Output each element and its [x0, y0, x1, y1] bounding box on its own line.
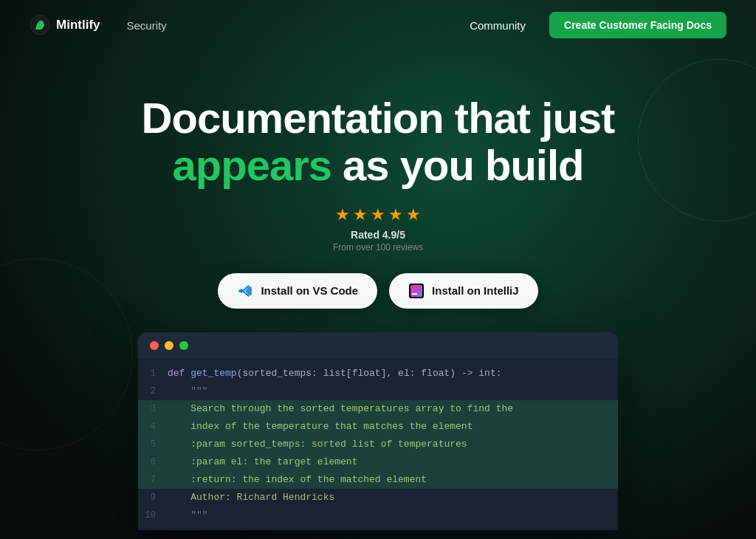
window-dot-close [150, 341, 159, 350]
svg-rect-2 [410, 285, 422, 297]
window-titlebar [138, 332, 618, 359]
window-dot-maximize [179, 341, 188, 350]
rating-sub: From over 100 reviews [0, 242, 756, 253]
code-line-7: 7 :return: the index of the matched elem… [138, 471, 618, 489]
svg-rect-3 [412, 293, 417, 295]
create-docs-button[interactable]: Create Customer Facing Docs [549, 12, 726, 38]
code-body: 1 def get_temp(sorted_temps: list[float]… [138, 359, 618, 531]
security-link[interactable]: Security [127, 19, 167, 32]
code-line-2: 2 """ [138, 382, 618, 400]
code-line-5: 5 :param sorted_temps: sorted list of te… [138, 436, 618, 453]
stars-row: ★ ★ ★ ★ ★ [0, 205, 756, 224]
community-button[interactable]: Community [458, 13, 537, 38]
star-2: ★ [353, 205, 368, 224]
hero-section: Documentation that just appears as you b… [0, 50, 756, 309]
cta-buttons: Install on VS Code [0, 273, 756, 309]
nav-left: Mintlify Security [30, 15, 167, 35]
install-vscode-label: Install on VS Code [261, 284, 358, 297]
hero-title-highlight: appears [173, 141, 331, 189]
code-line-4: 4 index of the temperature that matches … [138, 418, 618, 436]
hero-title-line1: Documentation that just [142, 94, 615, 142]
navbar: Mintlify Security Community Create Custo… [0, 0, 756, 50]
logo-text: Mintlify [56, 18, 100, 32]
rating-value: Rated 4.9/5 [0, 229, 756, 241]
logo-icon [30, 15, 50, 35]
logo[interactable]: Mintlify [30, 15, 100, 35]
code-window: 1 def get_temp(sorted_temps: list[float]… [138, 332, 618, 531]
code-line-6: 6 :param el: the target element [138, 453, 618, 471]
star-3: ★ [371, 205, 385, 224]
code-line-1: 1 def get_temp(sorted_temps: list[float]… [138, 365, 618, 382]
vscode-icon [237, 283, 253, 299]
hero-title-line2: as you build [343, 141, 583, 189]
star-1: ★ [335, 205, 350, 224]
install-intellij-button[interactable]: Install on IntelliJ [389, 273, 538, 309]
install-intellij-label: Install on IntelliJ [432, 284, 519, 297]
code-line-9: 9 Author: Richard Hendricks [138, 489, 618, 507]
window-dot-minimize [165, 341, 173, 350]
intellij-icon [408, 283, 425, 299]
star-4: ★ [388, 205, 403, 224]
code-line-3: 3 Search through the sorted temperatures… [138, 400, 618, 418]
install-vscode-button[interactable]: Install on VS Code [218, 273, 377, 309]
star-5: ★ [406, 205, 421, 224]
hero-title: Documentation that just appears as you b… [120, 95, 636, 189]
code-line-10: 10 """ [138, 507, 618, 524]
nav-right: Community Create Customer Facing Docs [458, 12, 726, 38]
